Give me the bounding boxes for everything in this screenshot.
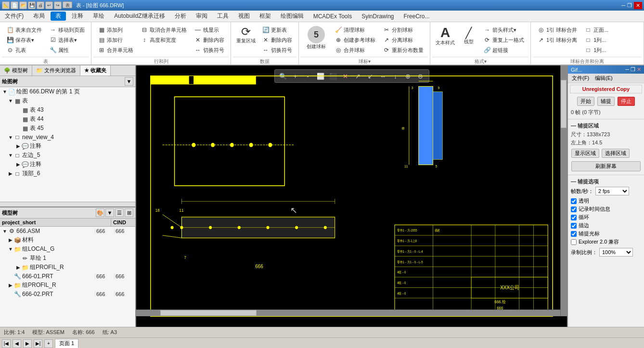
menu-sketch[interactable]: 草绘	[88, 11, 109, 22]
checkbox-transparent-input[interactable]	[571, 198, 577, 204]
btn-stop[interactable]: 停止	[618, 97, 635, 106]
menu-view[interactable]: 视图	[233, 11, 255, 22]
btn-add-row[interactable]: ▤ 添加行	[95, 35, 136, 45]
menu-syindrawing[interactable]: SyinDrawing	[357, 11, 399, 22]
tree-item-table43[interactable]: ▦ 表 43	[0, 105, 135, 115]
undo-icon[interactable]: ↩	[45, 1, 53, 9]
canvas-hscrollbar[interactable]	[136, 309, 567, 316]
btn-capture[interactable]: 辅提	[597, 97, 615, 106]
tree-top6-expand[interactable]: ▶	[8, 171, 13, 176]
new-icon[interactable]: 📄	[11, 1, 18, 9]
btn-create-balloon[interactable]: 5 创建球标	[302, 24, 331, 56]
btn-col2[interactable]: □ 1列...	[582, 45, 611, 55]
tree-material-expand[interactable]: ▶	[8, 237, 13, 243]
menu-autobuildz[interactable]: AutobuildZ继承迁移	[109, 11, 169, 22]
btn-merge-balloon[interactable]: ◎ 合并球标	[332, 45, 378, 55]
btn-show-region[interactable]: 显示区域	[571, 149, 599, 158]
tree-item-new-view4[interactable]: ▼ □ new_view_4	[0, 133, 135, 142]
btn-clean-balloon[interactable]: 🧹 清理球标	[332, 25, 378, 35]
btn-add-col[interactable]: ▦ 添加列	[95, 25, 136, 35]
drawing-tree-scrollbar[interactable]	[0, 202, 135, 206]
tree-localg-expand[interactable]: ▼	[8, 246, 13, 252]
btn-unmerge-cells[interactable]: ⊟ 取消合并单元格	[138, 25, 189, 35]
btn-start[interactable]: 开始	[577, 97, 594, 106]
tree-view4-expand[interactable]: ▼	[8, 135, 13, 140]
model-tree-list-icon[interactable]: ☰	[115, 208, 124, 217]
tab-model-tree[interactable]: 🌳 模型树	[0, 65, 32, 76]
open-icon[interactable]: 📂	[19, 1, 27, 9]
menu-review[interactable]: 审阅	[191, 11, 212, 22]
checkbox-loop-input[interactable]	[571, 215, 577, 220]
btn-split-balloon[interactable]: ✂ 分割球标	[380, 25, 426, 35]
btn-update-table[interactable]: 🔄 更新表	[259, 25, 295, 35]
page-last-btn[interactable]: ▶|	[34, 339, 42, 348]
btn-hole-table[interactable]: ⊙ 孔表	[4, 45, 44, 55]
tree-item-top6[interactable]: ▶ □ 顶部_6	[0, 169, 135, 178]
tree-row-profilr2[interactable]: ▶ 📁 组PROFIL_R	[0, 281, 135, 290]
btn-create-ref-balloon[interactable]: ⊕ 创建参考球标	[332, 35, 378, 45]
right-restore-btn[interactable]: ❒	[631, 66, 635, 73]
tree-item-annotation2[interactable]: ▶ 💬 注释	[0, 160, 135, 169]
btn-repeat-format[interactable]: ⟳ 重复上一格式	[481, 35, 527, 45]
btn-refresh[interactable]: 刷新屏幕	[571, 161, 641, 171]
page-prev-btn[interactable]: ◀	[13, 339, 21, 348]
tree-root[interactable]: ▼ 📄 绘图 666.DRW 的第 1 页	[0, 87, 135, 96]
checkbox-border-input[interactable]	[571, 223, 577, 229]
tree-table-expand[interactable]: ▼	[8, 98, 13, 103]
canvas-hscroll-thumb[interactable]	[160, 310, 257, 316]
btn-delete-content2[interactable]: ✕ 删除内容	[259, 35, 295, 45]
redo-icon[interactable]: ↪	[54, 1, 62, 9]
btn-balloon-detach2[interactable]: ↗ 1引 球标分离	[535, 35, 580, 45]
tree-profilr2-expand[interactable]: ▶	[8, 283, 13, 288]
tree-row-666-01[interactable]: 🔧 666-01.PRT 666 666	[0, 272, 135, 281]
menu-file[interactable]: 文件(F)	[0, 11, 28, 22]
page-next-btn[interactable]: ▶	[23, 339, 32, 348]
page-add-btn[interactable]: +	[44, 339, 53, 348]
close-btn[interactable]: ✕	[634, 2, 642, 9]
tree-row-666asm[interactable]: ▼ ⚙ 666.ASM 666 666	[0, 227, 135, 235]
btn-save-table[interactable]: 💾 保存表▾	[4, 35, 44, 45]
menu-annotation[interactable]: 注释	[67, 11, 88, 22]
btn-balloon-merge2[interactable]: ◎ 1引 球标合井	[535, 25, 580, 35]
model-tree-color-icon[interactable]: 🎨	[96, 208, 104, 217]
tree-left5-expand[interactable]: ▼	[8, 153, 13, 158]
btn-table-from-file[interactable]: 📋 表来自文件	[4, 25, 44, 35]
tree-item-annotation1[interactable]: ▶ 💬 注释	[0, 142, 135, 151]
tree-row-material[interactable]: ▶ 📦 材料	[0, 235, 135, 245]
tree-row-sketch1[interactable]: ✏ 草绘 1	[0, 254, 135, 263]
menu-tools[interactable]: 工具	[212, 11, 233, 22]
right-minimize-btn[interactable]: ─	[625, 66, 629, 73]
tree-root-expand[interactable]: ▼	[2, 89, 8, 94]
btn-line-type[interactable]: ╱ 线型	[458, 24, 479, 56]
canvas-vscrollbar[interactable]	[560, 65, 567, 316]
fps-select[interactable]: 2 fps 5 fps 10 fps	[595, 187, 629, 195]
tree-profilr1-expand[interactable]: ▶	[15, 265, 21, 270]
menu-layout[interactable]: 布局	[28, 11, 50, 22]
menu-analysis[interactable]: 分析	[170, 11, 191, 22]
menu-freecro[interactable]: FreeCrо...	[399, 11, 435, 22]
btn-redistribute[interactable]: ⟳ 重新分布数量	[380, 45, 426, 55]
checkbox-timestamp-input[interactable]	[571, 206, 577, 212]
more-tools[interactable]: 表	[63, 1, 72, 8]
checkbox-explorer-input[interactable]	[571, 239, 577, 245]
btn-merge-cells[interactable]: ⊞ 合并单元格	[95, 45, 136, 55]
btn-height-width[interactable]: ↕ 高度和宽度	[138, 35, 189, 45]
tree-item-table[interactable]: ▼ ▦ 表	[0, 96, 135, 105]
tab-folder-browser[interactable]: 📁 文件夹浏览器	[32, 65, 80, 76]
right-close-btn[interactable]: ✕	[637, 66, 641, 73]
btn-front[interactable]: □ 正面...	[582, 25, 611, 35]
tree-annotation1-expand[interactable]: ▶	[15, 143, 21, 149]
scale-select[interactable]: 100% 75% 50%	[599, 248, 633, 257]
minimize-btn[interactable]: ─	[621, 2, 625, 8]
canvas-vscroll-thumb[interactable]	[561, 80, 567, 128]
save-icon[interactable]: 💾	[28, 1, 36, 9]
tree-item-table44[interactable]: ▦ 表 44	[0, 115, 135, 124]
tab-favorites[interactable]: ★ 收藏夹	[80, 65, 111, 76]
btn-detach-balloon[interactable]: ↗ 分离球标	[380, 35, 426, 45]
btn-select-region[interactable]: 选择区域	[602, 149, 630, 158]
menu-frame[interactable]: 框架	[255, 11, 276, 22]
btn-properties[interactable]: 🔧 属性	[47, 45, 87, 55]
drawing-tree-filter-icon[interactable]: ▼	[125, 77, 133, 86]
btn-line-display[interactable]: — 线显示	[192, 25, 227, 35]
tree-row-profilr1[interactable]: ▶ 📁 组PROFIL_R	[0, 263, 135, 272]
